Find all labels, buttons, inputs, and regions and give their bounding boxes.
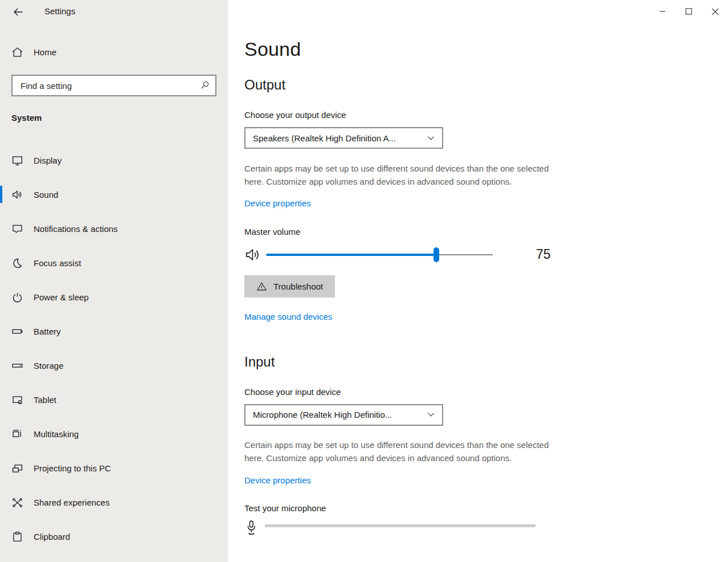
storage-icon <box>11 360 23 372</box>
notifications-icon <box>11 223 23 235</box>
moon-icon <box>11 257 23 269</box>
sidebar-section-title: System <box>11 113 42 123</box>
tablet-icon <box>11 394 23 406</box>
output-section-title: Output <box>244 76 728 93</box>
output-description: Certain apps may be set up to use differ… <box>244 162 561 189</box>
input-section-title: Input <box>244 353 728 370</box>
troubleshoot-button[interactable]: Troubleshoot <box>244 275 335 298</box>
master-volume-row: 75 <box>244 243 728 266</box>
sidebar-item-storage[interactable]: Storage <box>0 348 228 382</box>
chevron-down-icon <box>427 134 435 142</box>
maximize-icon <box>685 8 692 15</box>
maximize-button[interactable] <box>676 0 702 23</box>
close-icon <box>711 8 719 15</box>
output-device-label: Choose your output device <box>244 109 728 121</box>
close-button[interactable] <box>702 0 728 23</box>
sidebar-item-label: Notifications & actions <box>34 224 118 234</box>
microphone-level-meter <box>265 524 535 527</box>
sidebar-item-label: Projecting to this PC <box>34 463 111 473</box>
search-input[interactable] <box>11 75 216 96</box>
window-controls <box>649 0 728 23</box>
output-device-value: Speakers (Realtek High Definition A... <box>253 133 422 143</box>
sidebar-nav: Display Sound Notifica <box>0 143 228 553</box>
volume-speaker-icon <box>244 246 261 263</box>
sidebar-item-label: Power & sleep <box>34 292 89 302</box>
home-icon <box>11 46 23 58</box>
power-icon <box>11 291 23 303</box>
projecting-icon <box>11 462 23 474</box>
sidebar-item-label: Clipboard <box>34 532 70 541</box>
input-device-dropdown[interactable]: Microphone (Realtek High Definitio... <box>244 404 443 426</box>
settings-window: Settings Home System <box>0 0 728 562</box>
microphone-test-row <box>244 518 728 535</box>
sidebar-item-label: Sound <box>34 190 58 199</box>
sidebar-item-label: Tablet <box>34 395 56 405</box>
test-microphone-label: Test your microphone <box>244 503 728 514</box>
input-device-properties-link[interactable]: Device properties <box>244 475 728 486</box>
troubleshoot-label: Troubleshoot <box>273 282 323 291</box>
manage-sound-devices-link[interactable]: Manage sound devices <box>244 311 728 323</box>
speaker-icon <box>11 189 23 201</box>
sidebar-item-label: Focus assist <box>34 258 81 268</box>
sidebar-item-focus-assist[interactable]: Focus assist <box>0 246 228 280</box>
sidebar: Settings Home System <box>0 0 228 562</box>
search-box <box>11 75 216 96</box>
sidebar-item-clipboard[interactable]: Clipboard <box>0 519 228 553</box>
sidebar-item-tablet[interactable]: Tablet <box>0 382 228 417</box>
output-device-dropdown[interactable]: Speakers (Realtek High Definition A... <box>244 127 443 149</box>
input-description: Certain apps may be set up to use differ… <box>244 438 561 465</box>
volume-value: 75 <box>536 247 551 262</box>
clipboard-icon <box>11 531 23 543</box>
sidebar-item-label: Shared experiences <box>34 498 109 507</box>
sidebar-item-power-sleep[interactable]: Power & sleep <box>0 280 228 314</box>
window-title: Settings <box>44 6 75 16</box>
output-device-properties-link[interactable]: Device properties <box>244 198 728 209</box>
sidebar-item-battery[interactable]: Battery <box>0 314 228 348</box>
sidebar-item-label: Display <box>34 156 62 165</box>
back-arrow-icon <box>12 6 24 18</box>
sidebar-item-notifications[interactable]: Notifications & actions <box>0 211 228 246</box>
warning-icon <box>256 281 267 292</box>
minimize-button[interactable] <box>649 0 676 23</box>
battery-icon <box>11 325 23 337</box>
master-volume-slider[interactable] <box>266 247 493 262</box>
microphone-icon <box>244 520 258 538</box>
page-title: Sound <box>244 38 728 60</box>
sidebar-item-multitasking[interactable]: Multitasking <box>0 417 228 451</box>
chevron-down-icon <box>427 410 435 419</box>
main-content: Sound Output Choose your output device S… <box>228 0 728 562</box>
master-volume-label: Master volume <box>244 226 728 238</box>
back-button[interactable] <box>9 5 27 19</box>
display-icon <box>11 154 23 166</box>
input-device-value: Microphone (Realtek High Definitio... <box>253 410 422 420</box>
slider-thumb[interactable] <box>433 247 439 262</box>
slider-track <box>436 254 493 255</box>
slider-fill <box>266 254 436 256</box>
sidebar-item-projecting[interactable]: Projecting to this PC <box>0 451 228 485</box>
sidebar-item-label: Battery <box>34 327 61 336</box>
multitasking-icon <box>11 428 23 440</box>
sidebar-item-label: Multitasking <box>34 429 79 439</box>
sidebar-item-home[interactable]: Home <box>0 42 228 62</box>
sidebar-item-sound[interactable]: Sound <box>0 177 228 211</box>
minimize-icon <box>659 8 666 15</box>
sidebar-item-shared-experiences[interactable]: Shared experiences <box>0 485 228 519</box>
sidebar-item-display[interactable]: Display <box>0 143 228 177</box>
input-device-label: Choose your input device <box>244 386 728 398</box>
sidebar-item-label: Storage <box>34 361 64 370</box>
sidebar-home-label: Home <box>34 47 56 57</box>
shared-experiences-icon <box>11 496 23 508</box>
